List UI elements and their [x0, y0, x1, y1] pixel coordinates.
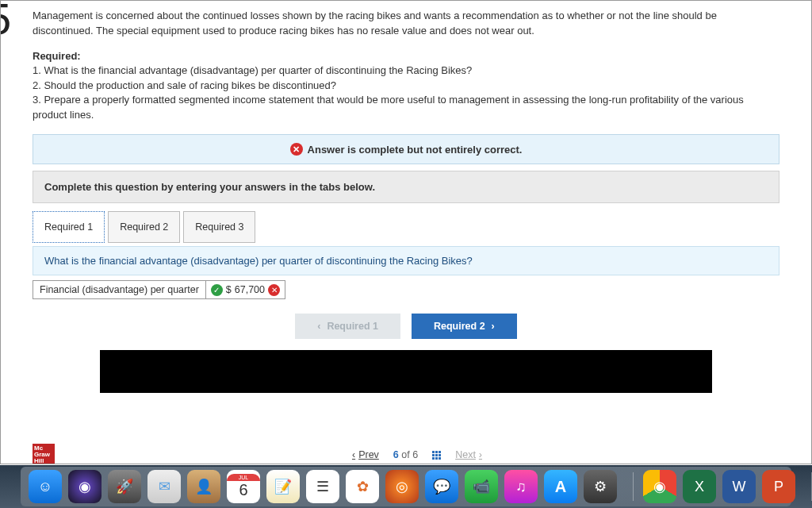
intro-text: Management is concerned about the contin… — [33, 9, 779, 39]
answer-amount: 67,700 — [235, 284, 265, 295]
check-icon: ✓ — [211, 284, 223, 296]
macos-dock: ☺◉🚀✉👤JUL6📝☰✿◎💬📹♫A⚙◉XWP🗑 — [21, 467, 791, 506]
dock-notes-icon[interactable]: 📝 — [266, 470, 300, 503]
next-tab-label: Required 2 — [434, 321, 485, 332]
dock-excel-icon[interactable]: X — [683, 470, 716, 503]
required-heading: Required: — [33, 50, 779, 62]
dock-finder-icon[interactable]: ☺ — [29, 470, 62, 503]
redacted-bar — [100, 350, 712, 393]
error-icon: ✕ — [290, 143, 303, 156]
dock-appstore-icon[interactable]: A — [544, 470, 577, 503]
answer-value-cell[interactable]: ✓ $ 67,700 ✕ — [206, 280, 285, 299]
tab-required-1[interactable]: Required 1 — [33, 211, 105, 243]
tab-required-3[interactable]: Required 3 — [183, 211, 255, 243]
tab-nav-buttons: ‹ Required 1 Required 2 › — [33, 314, 779, 339]
instruction-bar: Complete this question by entering your … — [33, 171, 779, 203]
dock-photos-icon[interactable]: ✿ — [346, 470, 379, 503]
dock-contacts-icon[interactable]: 👤 — [187, 470, 220, 503]
dock-photobooth-icon[interactable]: ◎ — [385, 470, 419, 503]
chevron-left-icon: ‹ — [352, 449, 355, 460]
answer-row: Financial (disadvantage) per quarter ✓ $… — [33, 280, 779, 299]
dock-reminders-icon[interactable]: ☰ — [306, 470, 339, 503]
question-number: 5 — [0, 0, 11, 44]
dock-powerpoint-icon[interactable]: P — [762, 470, 795, 503]
requirement-2: 2. Should the production and sale of rac… — [33, 79, 779, 94]
dock-messages-icon[interactable]: 💬 — [425, 470, 458, 503]
chevron-right-icon: › — [479, 449, 482, 460]
dock-mail-icon[interactable]: ✉ — [147, 470, 181, 503]
answer-status-bar: ✕ Answer is complete but not entirely co… — [33, 134, 779, 164]
chevron-left-icon: ‹ — [317, 321, 320, 332]
dock-separator — [633, 472, 634, 501]
requirements-block: Required: 1. What is the financial advan… — [33, 50, 779, 123]
status-text: Answer is complete but not entirely corr… — [308, 144, 523, 156]
tab-required-2[interactable]: Required 2 — [108, 211, 180, 243]
footer-page-indicator: 6 of 6 — [393, 449, 418, 460]
dock-launchpad-icon[interactable]: 🚀 — [108, 470, 141, 503]
prev-tab-button[interactable]: ‹ Required 1 — [295, 314, 400, 339]
prev-tab-label: Required 1 — [327, 321, 378, 332]
chevron-right-icon: › — [492, 321, 495, 332]
mcgraw-hill-logo: Mc Graw Hill — [33, 444, 55, 464]
dock-word-icon[interactable]: W — [722, 470, 756, 503]
dock-siri-icon[interactable]: ◉ — [68, 470, 102, 503]
question-prompt: What is the financial advantage (disadva… — [33, 246, 779, 275]
answer-label: Financial (disadvantage) per quarter — [33, 280, 206, 299]
dock-preferences-icon[interactable]: ⚙ — [584, 470, 617, 503]
dock-chrome-icon[interactable]: ◉ — [643, 470, 676, 503]
footer-next[interactable]: Next › — [455, 449, 482, 460]
tabs: Required 1 Required 2 Required 3 — [33, 211, 779, 243]
next-tab-button[interactable]: Required 2 › — [412, 314, 517, 339]
dock-calendar-icon[interactable]: JUL6 — [227, 470, 260, 503]
wrong-icon: ✕ — [268, 284, 280, 296]
requirement-3: 3. Prepare a properly formatted segmente… — [33, 93, 779, 123]
page-footer: Mc Graw Hill ‹ Prev 6 of 6 Next › — [33, 449, 802, 460]
dock-facetime-icon[interactable]: 📹 — [465, 470, 498, 503]
footer-prev[interactable]: ‹ Prev — [352, 449, 379, 460]
currency-symbol: $ — [226, 284, 232, 295]
requirement-1: 1. What is the financial advantage (disa… — [33, 64, 779, 79]
dock-itunes-icon[interactable]: ♫ — [504, 470, 538, 503]
answer-value: $ 67,700 — [226, 284, 265, 295]
page-content: 5 Management is concerned about the cont… — [0, 0, 812, 464]
grid-icon[interactable] — [432, 451, 441, 460]
